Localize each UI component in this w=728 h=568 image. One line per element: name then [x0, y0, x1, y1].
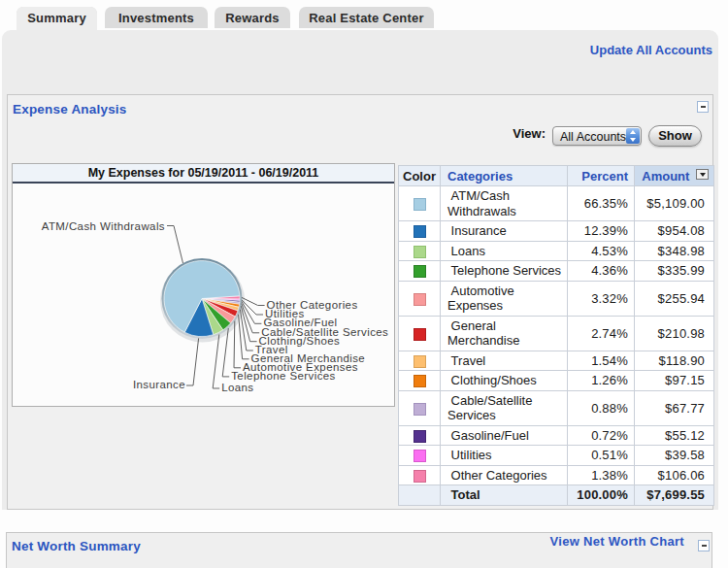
svg-text:ATM/Cash Withdrawals: ATM/Cash Withdrawals	[42, 220, 165, 232]
svg-text:Telephone Services: Telephone Services	[231, 370, 336, 382]
svg-text:Loans: Loans	[221, 382, 253, 393]
svg-text:Insurance: Insurance	[133, 379, 185, 390]
